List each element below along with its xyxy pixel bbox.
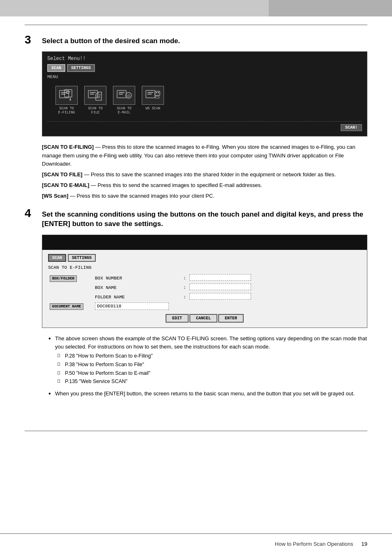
svg-rect-17: [148, 92, 153, 93]
step4-panel-dark-top: [42, 235, 367, 250]
step3-scan-tab[interactable]: SCAN: [47, 64, 65, 72]
svg-rect-8: [90, 94, 94, 95]
scan-icons-row: SCAN TOE-FILING SCAN TOFILE: [47, 83, 362, 120]
page-icon-p28: 🗋: [57, 352, 65, 359]
svg-rect-9: [97, 96, 100, 97]
box-name-row: BOX NAME :: [48, 283, 361, 292]
folder-name-empty-cell: [48, 292, 93, 302]
cancel-button[interactable]: CANCEL: [189, 314, 217, 323]
box-name-input[interactable]: [189, 284, 251, 290]
efiling-desc-bold: [SCAN TO E-FILING]: [42, 144, 94, 150]
sub-text-p28: P.28 "How to Perform Scan to e-Filing": [65, 352, 153, 360]
svg-text:@: @: [127, 94, 130, 98]
scan-to-file-box: [84, 86, 106, 105]
sub-text-p38: P.38 "How to Perform Scan to File": [65, 361, 144, 369]
step3-settings-tab[interactable]: SETTINGS: [67, 64, 95, 72]
step4-section-label: SCAN TO E-FILING: [48, 265, 361, 270]
step3-scan-bottom-btn[interactable]: SCAN!: [341, 124, 362, 131]
footer-text: How to Perform Scan Operations: [275, 541, 353, 547]
svg-rect-18: [148, 94, 152, 95]
box-name-input-cell: [188, 283, 361, 292]
bullet-text-1: The above screen shows the example of th…: [55, 335, 367, 386]
sub-item-p50: 🗋 P.50 "How to Perform Scan to E-mail": [57, 369, 367, 377]
folder-name-colon: :: [182, 292, 188, 302]
step3-screen-panel: Select Menu!! SCAN SETTINGS MENU: [42, 51, 367, 136]
step3-select-menu-label: Select Menu!!: [47, 56, 86, 62]
step3-number: 3: [25, 34, 39, 46]
step4-number: 4: [25, 208, 39, 219]
scan-to-efiling-box: [55, 86, 78, 105]
scan-to-email-icon-item[interactable]: @ SCAN TOE-MAIL: [113, 86, 135, 115]
email-desc-para: [SCAN TO E-MAIL] — Press this to send th…: [42, 181, 367, 189]
ws-desc-para: [WS Scan] — Press this to save the scann…: [42, 192, 367, 200]
box-number-row: BOX/FOLDER BOX NUMBER :: [48, 273, 361, 283]
step4-scan-tab[interactable]: SCAN: [48, 254, 66, 262]
step4-screen-panel: SCAN SETTINGS SCAN TO E-FILING BOX/FOLDE…: [42, 235, 367, 328]
file-desc-text: — Press this to save the scanned images …: [84, 171, 336, 178]
ws-scan-icon-item[interactable]: WS SCAN: [142, 86, 164, 115]
bullet-item-1: • The above screen shows the example of …: [48, 335, 367, 386]
sub-item-p135: 🗋 P.135 "Web Service SCAN": [57, 378, 367, 385]
file-desc-para: [SCAN TO FILE] — Press this to save the …: [42, 171, 367, 179]
sub-text-p135: P.135 "Web Service SCAN": [65, 378, 127, 385]
bottom-divider: [25, 431, 367, 431]
svg-rect-20: [156, 96, 159, 98]
svg-rect-10: [97, 97, 100, 98]
footer: How to Perform Scan Operations 19: [0, 533, 392, 554]
footer-page: 19: [362, 541, 367, 547]
ws-scan-svg: [145, 89, 161, 102]
ws-desc-bold: [WS Scan]: [42, 193, 68, 199]
doc-name-row: DOCUMENT NAME DOC0E0118: [48, 302, 361, 311]
svg-rect-13: [119, 94, 123, 95]
step4-title: Set the scanning conditions using the bu…: [42, 210, 367, 229]
bullet-text-2: When you press the [ENTER] button, the s…: [55, 390, 367, 398]
scan-to-file-label: SCAN TOFILE: [88, 106, 103, 115]
folder-name-input-cell: [188, 292, 361, 302]
sub-text-p50: P.50 "How to Perform Scan to E-mail": [65, 369, 150, 377]
box-folder-btn[interactable]: BOX/FOLDER: [50, 275, 77, 282]
page-icon-p50: 🗋: [57, 369, 65, 376]
step3-panel-top: Select Menu!!: [47, 56, 362, 62]
box-name-empty-cell: [48, 283, 93, 292]
scan-to-efiling-icon-item[interactable]: SCAN TOE-FILING: [55, 86, 78, 115]
scan-to-efiling-label: SCAN TOE-FILING: [58, 106, 75, 115]
svg-rect-7: [90, 92, 96, 93]
box-number-input-cell: [188, 273, 361, 283]
step4-bullet-list: • The above screen shows the example of …: [48, 335, 367, 398]
step4-settings-tab[interactable]: SETTINGS: [68, 254, 96, 262]
document-name-btn[interactable]: DOCUMENT NAME: [50, 303, 83, 310]
step4-tab-row: SCAN SETTINGS: [48, 254, 361, 262]
box-number-colon: :: [182, 273, 188, 283]
step3-panel-bottom: SCAN!: [47, 121, 362, 131]
ws-scan-box: [142, 86, 164, 105]
step4-form-table: BOX/FOLDER BOX NUMBER : BOX NAME :: [48, 273, 361, 311]
box-name-label-cell: BOX NAME: [93, 283, 182, 292]
svg-rect-1: [61, 92, 67, 93]
doc-name-value-cell: DOC0E0118: [93, 302, 361, 311]
scan-to-efiling-svg: [59, 89, 74, 102]
step4-header: 4 Set the scanning conditions using the …: [25, 208, 367, 229]
bullet2-main-text: When you press the [ENTER] button, the s…: [55, 390, 355, 397]
scan-to-file-svg: [88, 89, 103, 102]
box-number-input[interactable]: [189, 274, 251, 281]
box-number-label-cell: BOX NUMBER: [93, 273, 182, 283]
top-bar-right-section: [269, 0, 392, 16]
step3-description: [SCAN TO E-FILING] — Press this to store…: [42, 143, 367, 200]
folder-name-input[interactable]: [189, 293, 251, 300]
top-bar: [0, 0, 392, 16]
box-name-colon: :: [182, 283, 188, 292]
step3-tab-row: SCAN SETTINGS: [47, 64, 362, 72]
svg-rect-21: [156, 92, 157, 93]
enter-button[interactable]: ENTER: [218, 314, 244, 323]
bullet-dot-2: •: [48, 390, 55, 397]
step4-action-buttons: EDIT CANCEL ENTER: [48, 314, 361, 323]
edit-button[interactable]: EDIT: [166, 314, 189, 323]
svg-rect-4: [66, 91, 70, 92]
bullet1-main-text: The above screen shows the example of th…: [55, 335, 367, 350]
box-number-label: BOX NUMBER: [95, 276, 122, 281]
email-desc-text: — Press this to send the scanned images …: [91, 182, 262, 188]
step3-header: 3 Select a button of the desired scan mo…: [25, 35, 367, 46]
svg-rect-12: [119, 92, 125, 93]
scan-to-file-icon-item[interactable]: SCAN TOFILE: [84, 86, 106, 115]
folder-name-label-cell: FOLDER NAME: [93, 292, 182, 302]
